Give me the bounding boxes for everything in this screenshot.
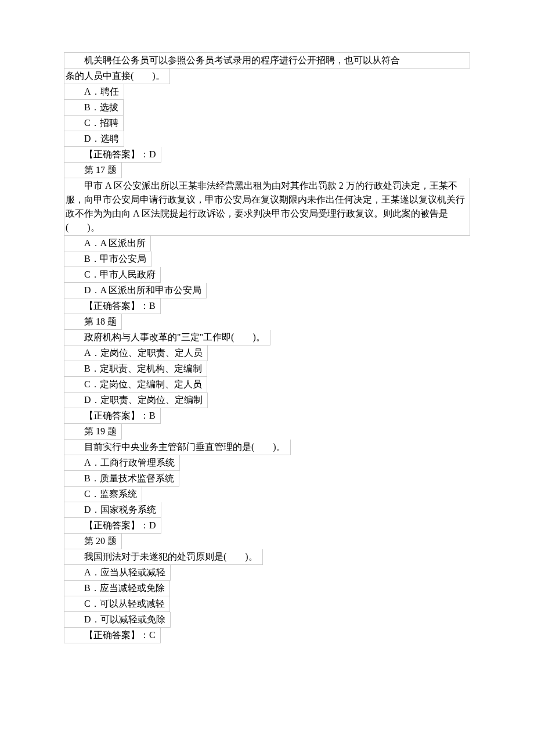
q16-stem-line1: 机关聘任公务员可以参照公务员考试录用的程序进行公开招聘，也可以从符合 — [64, 52, 470, 69]
q19-answer: 【正确答案】：D — [64, 518, 161, 534]
q18-title: 第 18 题 — [64, 314, 122, 330]
q17-option-b: B．甲市公安局 — [64, 251, 151, 267]
q19-option-d: D．国家税务系统 — [64, 502, 161, 518]
q17-stem: 甲市 A 区公安派出所以王某非法经营黑出租为由对其作出罚款 2 万的行政处罚决定… — [64, 178, 470, 236]
q18-option-b: B．定职责、定机构、定编制 — [64, 361, 207, 377]
q20-stem: 我国刑法对于未遂犯的处罚原则是( )。 — [64, 549, 263, 565]
q17-option-c: C．甲市人民政府 — [64, 267, 161, 283]
q20-option-c: C．可以从轻或减轻 — [64, 596, 170, 612]
q17-option-d: D．A 区派出所和甲市公安局 — [64, 283, 207, 298]
q18-option-a: A．定岗位、定职责、定人员 — [64, 345, 208, 361]
q20-option-b: B．应当减轻或免除 — [64, 581, 170, 596]
q19-title: 第 19 题 — [64, 424, 122, 440]
q16-option-d: D．选聘 — [64, 131, 124, 147]
q19-option-b: B．质量技术监督系统 — [64, 471, 179, 487]
q16-stem-line2: 条的人员中直接( )。 — [64, 69, 170, 84]
document-content: 机关聘任公务员可以参照公务员考试录用的程序进行公开招聘，也可以从符合 条的人员中… — [64, 52, 470, 643]
q20-option-d: D．可以减轻或免除 — [64, 612, 171, 628]
q20-answer: 【正确答案】：C — [64, 628, 161, 643]
q18-stem: 政府机构与人事改革的"三定"工作即( )。 — [64, 330, 270, 345]
q18-option-d: D．定职责、定岗位、定编制 — [64, 393, 208, 408]
q18-option-c: C．定岗位、定编制、定人员 — [64, 377, 207, 393]
q19-stem: 目前实行中央业务主管部门垂直管理的是( )。 — [64, 440, 291, 455]
q20-title: 第 20 题 — [64, 534, 122, 549]
q20-option-a: A．应当从轻或减轻 — [64, 565, 171, 581]
q19-option-a: A．工商行政管理系统 — [64, 455, 180, 471]
q19-option-c: C．监察系统 — [64, 487, 142, 502]
q16-option-b: B．选拔 — [64, 100, 124, 116]
q17-option-a: A．A 区派出所 — [64, 236, 151, 251]
q17-answer: 【正确答案】：B — [64, 298, 161, 314]
q16-option-a: A．聘任 — [64, 84, 124, 100]
q16-option-c: C．招聘 — [64, 116, 124, 131]
q18-answer: 【正确答案】：B — [64, 408, 161, 424]
q16-answer: 【正确答案】：D — [64, 147, 161, 163]
q17-title: 第 17 题 — [64, 163, 122, 178]
